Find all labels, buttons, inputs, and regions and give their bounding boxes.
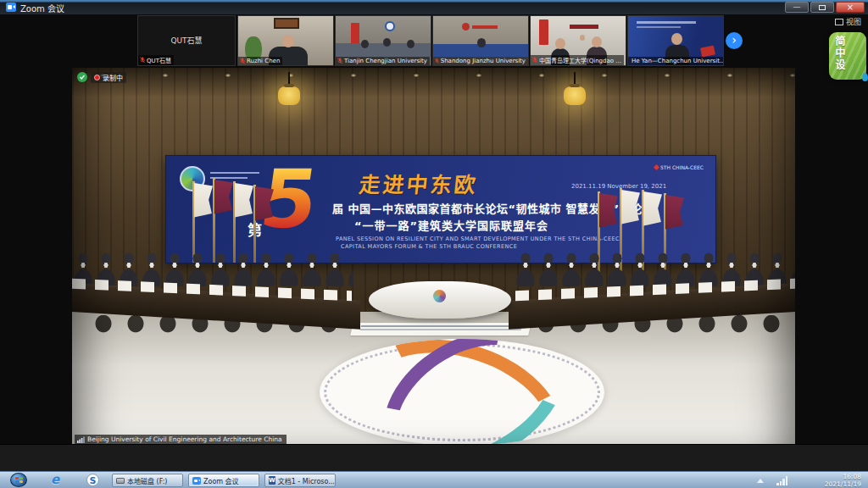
maximize-button[interactable]	[810, 2, 834, 13]
window-titlebar: Zoom 会议 — ×	[0, 0, 868, 14]
ceiling-lights	[72, 70, 795, 80]
person-head	[671, 33, 682, 45]
table-logo	[433, 290, 446, 302]
droplet-icon	[862, 73, 868, 81]
center-table	[369, 281, 511, 319]
banner-line	[637, 21, 696, 24]
mic-muted-icon	[532, 57, 537, 64]
network-icon[interactable]	[776, 476, 788, 485]
wall-frame	[274, 18, 299, 29]
main-speaker-video: 第 5 走进中东欧 2021.11.19 November 19, 2021 届…	[72, 68, 795, 447]
recording-text: 录制中	[103, 73, 123, 82]
video-tile[interactable]: Tianjin Chengjian University	[335, 15, 431, 66]
maximize-icon	[819, 5, 826, 10]
disk-icon	[116, 478, 125, 484]
tile-label: QUT石慧	[138, 55, 174, 65]
clock-date: 2021/11/19	[825, 480, 861, 488]
wall-slogan	[472, 25, 498, 29]
mic-muted-icon	[337, 58, 342, 64]
next-page-arrow-button[interactable]: ›	[726, 32, 743, 49]
speaker-name-label: Beijing University of Civil Engineering …	[75, 435, 287, 444]
recording-dot-icon	[94, 75, 100, 80]
mic-muted-icon	[240, 58, 245, 64]
grid-view-icon	[835, 19, 843, 25]
banner-line	[637, 26, 681, 28]
floor-banner	[350, 323, 531, 336]
taskbar-clock[interactable]: 16:08 2021/11/19	[825, 473, 861, 488]
floating-app-widget[interactable]: 简中设	[829, 32, 866, 80]
university-logo-text	[570, 25, 598, 29]
windows-logo-icon	[15, 477, 23, 483]
security-shield-icon[interactable]	[77, 72, 87, 82]
mic-muted-icon	[140, 57, 145, 64]
zoom-toolbar: 音频 开启视频 60 聊天 共享屏幕 举手 录制 传译 中 S ? 离开	[0, 444, 868, 471]
tile-label: He Yan—Changchun Universit...	[628, 57, 723, 65]
recording-indicator: 录制中	[91, 72, 126, 83]
mic-muted-icon	[435, 58, 439, 64]
video-tile[interactable]: Ruzhi Chen	[237, 15, 334, 66]
raised-hand	[580, 35, 585, 41]
banner-title-line2: “一带一路”建筑类大学国际联盟年会	[354, 217, 548, 233]
sogou-browser-icon[interactable]: S	[86, 474, 99, 486]
zoom-app-icon	[6, 3, 16, 12]
video-tile[interactable]: Shandong Jianzhu University	[432, 15, 529, 66]
person-head	[361, 40, 369, 48]
tile-label: Ruzhi Chen	[238, 57, 282, 65]
view-label: 视图	[846, 16, 861, 27]
person-head	[555, 38, 565, 49]
china-flag	[539, 19, 548, 45]
zoom-camera-icon	[192, 477, 201, 485]
logo-caption-line	[210, 177, 248, 179]
windows-taskbar: e S 本地磁盘 (F:) Zoom 会议 W 文档1 - Microso...…	[0, 471, 868, 488]
taskbar-button-word[interactable]: W 文档1 - Microso...	[264, 474, 336, 487]
banner-headline: 走进中东欧	[358, 168, 480, 198]
tile-label: Tianjin Chengjian University	[336, 57, 430, 65]
person-head	[282, 35, 294, 47]
start-button[interactable]	[10, 473, 27, 487]
person-head	[592, 36, 602, 47]
banner-english-line1: PANEL SESSION ON RESILIENT CITY AND SMAR…	[336, 236, 620, 242]
logo-caption-line	[210, 172, 259, 174]
person-head	[477, 38, 486, 47]
close-button[interactable]: ×	[836, 2, 865, 13]
person-head	[407, 40, 415, 48]
tile-label: 中国青岛理工大学(Qingdao ...	[531, 55, 624, 65]
participant-name-center: QUT石慧	[138, 35, 235, 46]
clock-time: 16:08	[825, 473, 861, 480]
emblem	[462, 23, 470, 30]
video-tile[interactable]: 中国青岛理工大学(Qingdao ...	[530, 15, 626, 66]
china-flag	[700, 45, 715, 57]
word-icon: W	[269, 476, 275, 485]
banner-corner-mark: 5TH CHINA-CEEC	[654, 164, 704, 170]
window-title: Zoom 会议	[20, 2, 64, 14]
video-tile[interactable]: He Yan—Changchun Universit...	[627, 15, 724, 66]
minimize-button[interactable]: —	[785, 2, 809, 13]
screen: { "window": { "title": "Zoom 会议", "min_g…	[0, 0, 868, 488]
show-hidden-icons-caret[interactable]	[757, 479, 764, 483]
widget-text: 简中设	[832, 36, 847, 71]
banner-english-line2: CAPITAL MAYORS FORUM & THE 5TH BRAUC CON…	[341, 243, 517, 250]
taskbar-button-zoom[interactable]: Zoom 会议	[188, 474, 259, 487]
view-button[interactable]: 视图	[835, 16, 861, 27]
floor-alliance-logo	[320, 339, 604, 446]
taskbar-button-local-disk[interactable]: 本地磁盘 (F:)	[112, 474, 183, 487]
lantern-light	[564, 86, 586, 105]
university-logo	[385, 21, 395, 31]
lantern-light	[278, 86, 300, 105]
person-head	[383, 38, 391, 47]
internet-explorer-icon[interactable]: e	[51, 472, 59, 487]
tile-label: Shandong Jianzhu University	[433, 57, 528, 65]
signal-bars-icon	[77, 436, 85, 443]
video-tile[interactable]: QUT石慧 QUT石慧	[137, 15, 236, 66]
china-flag	[351, 23, 359, 45]
